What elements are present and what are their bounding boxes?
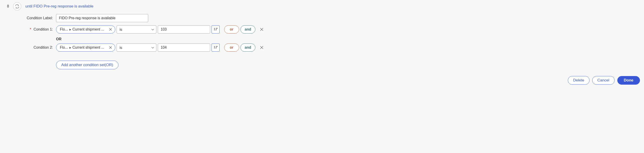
condition-1-operator-select[interactable]: is: [116, 25, 156, 34]
condition-1-or-button[interactable]: or: [224, 25, 239, 34]
clear-path-icon[interactable]: [108, 45, 113, 50]
add-condition-set-button[interactable]: Add another condition set(OR): [56, 61, 118, 69]
condition-1-label: Condition 1:: [34, 27, 53, 32]
condition-2-path-pill[interactable]: Flo... ▶ Current shipment ...: [56, 44, 115, 52]
svg-point-6: [217, 28, 217, 29]
step-title[interactable]: until FIDO Pre-reg response is available: [25, 4, 93, 9]
condition-1-and-button[interactable]: and: [240, 25, 255, 34]
condition-label-input[interactable]: [56, 14, 148, 22]
clear-path-icon[interactable]: [108, 27, 113, 32]
path-segment-1: Flo...: [60, 27, 68, 32]
condition-row-2: Condition 2: Flo... ▶ Current shipment .…: [27, 43, 642, 53]
path-segment-2: Current shipment ...: [72, 27, 107, 32]
condition-2-label: Condition 2:: [34, 46, 53, 50]
condition-1-label-cell: * Condition 1:: [27, 27, 56, 32]
chevron-right-icon: ▶: [69, 28, 71, 31]
condition-2-operator-select[interactable]: is: [116, 44, 156, 52]
condition-2-and-button[interactable]: and: [240, 44, 255, 52]
required-star-icon: *: [30, 27, 32, 32]
condition-label-row: Condition Label:: [27, 13, 642, 23]
or-separator: OR: [27, 36, 642, 43]
footer-actions: Delete Cancel Done: [2, 69, 642, 85]
condition-row-1: * Condition 1: Flo... ▶ Current shipment…: [27, 25, 642, 34]
done-button[interactable]: Done: [617, 76, 640, 85]
cancel-button[interactable]: Cancel: [592, 76, 614, 85]
condition-2-label-cell: Condition 2:: [27, 46, 56, 50]
condition-2-remove-icon[interactable]: [258, 44, 265, 51]
delete-button[interactable]: Delete: [568, 76, 589, 85]
svg-point-14: [217, 46, 217, 47]
condition-2-fx-button[interactable]: [212, 44, 220, 52]
path-segment-2: Current shipment ...: [72, 46, 107, 50]
step-number: 8: [6, 4, 9, 8]
condition-2-value-input[interactable]: [158, 44, 210, 52]
condition-1-remove-icon[interactable]: [258, 26, 265, 33]
loop-icon: [13, 2, 21, 11]
condition-1-path-pill[interactable]: Flo... ▶ Current shipment ...: [56, 25, 115, 34]
condition-label-label: Condition Label:: [27, 16, 56, 20]
chevron-right-icon: ▶: [69, 46, 71, 49]
path-segment-1: Flo...: [60, 46, 68, 50]
condition-2-or-button[interactable]: or: [224, 44, 239, 52]
condition-1-value-input[interactable]: [158, 25, 210, 34]
condition-1-fx-button[interactable]: [212, 25, 220, 34]
step-header: 8 until FIDO Pre-reg response is availab…: [2, 2, 642, 13]
